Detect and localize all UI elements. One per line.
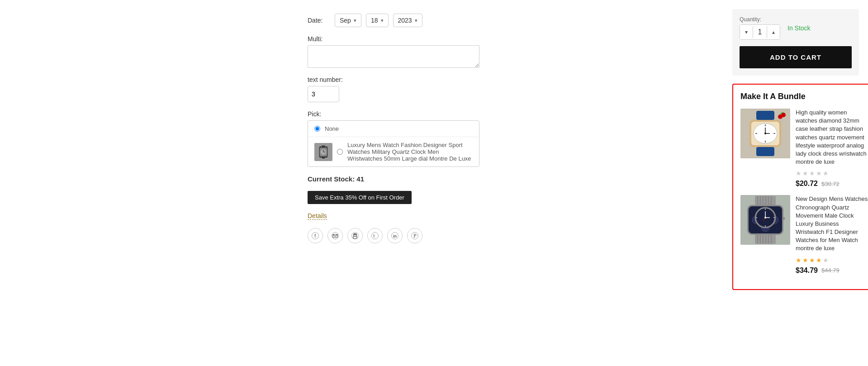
month-select[interactable]: Sep ▾: [335, 14, 361, 27]
facebook-icon[interactable]: f: [308, 228, 323, 243]
add-to-cart-button[interactable]: ADD TO CART: [740, 46, 852, 68]
in-stock-label: In Stock: [787, 24, 811, 32]
pick-radio-none[interactable]: [314, 126, 320, 132]
svg-rect-2: [322, 145, 325, 147]
chevron-down-icon: ▾: [381, 18, 384, 24]
svg-text:in: in: [393, 234, 397, 238]
svg-rect-37: [755, 196, 776, 206]
email-icon[interactable]: [327, 228, 343, 243]
star-icon: ★: [802, 170, 808, 177]
svg-point-33: [764, 133, 766, 134]
bundle-item-2-price: $34.79: [796, 266, 818, 275]
text-number-input[interactable]: [308, 86, 339, 102]
pick-field-group: Pick: None: [308, 110, 705, 167]
svg-point-15: [372, 233, 379, 239]
bundle-item-2-price-row: $34.79 $44.79: [796, 266, 868, 275]
bundle-item-1-price-row: $20.72 $30.72: [796, 180, 868, 188]
pick-option-watch[interactable]: Luxury Mens Watch Fashion Designer Sport…: [308, 137, 479, 166]
bundle-item-2-info: New Design Mens Watches Chronograph Quar…: [796, 195, 868, 274]
quantity-label: Quantity:: [740, 16, 780, 23]
svg-text:P: P: [413, 233, 417, 239]
svg-rect-22: [756, 111, 774, 120]
text-number-field-group: text number:: [308, 76, 705, 102]
bundle-item-1-image: [740, 109, 790, 158]
svg-rect-23: [756, 147, 774, 156]
multi-label: Multi:: [308, 35, 705, 43]
linkedin-icon[interactable]: in: [387, 228, 403, 243]
quantity-increase-button[interactable]: ▴: [767, 25, 780, 39]
twitter-icon[interactable]: t: [367, 228, 383, 243]
print-icon[interactable]: [347, 228, 363, 243]
star-icon: ★: [796, 170, 802, 177]
date-label: Date:: [308, 17, 330, 24]
pick-options-box: None: [308, 120, 479, 167]
pick-option-watch-label: Luxury Mens Watch Fashion Designer Sport…: [347, 142, 473, 162]
bundle-item-1-info: High quality women watches diamond 32mm …: [796, 109, 868, 188]
day-select[interactable]: 18 ▾: [366, 14, 389, 27]
pinterest-icon[interactable]: P: [407, 228, 422, 243]
social-row: f t: [308, 228, 705, 243]
quantity-box: Quantity: ▾ 1 ▴ In Stock ADD TO CART: [732, 9, 859, 76]
save-badge: Save Extra 35% Off on First Order: [308, 191, 412, 204]
bundle-title: Make It A Bundle: [740, 92, 868, 101]
chevron-down-icon: ▾: [415, 18, 417, 24]
text-number-label: text number:: [308, 76, 705, 83]
svg-rect-38: [755, 234, 776, 244]
bundle-item-1-original-price: $30.72: [821, 181, 840, 187]
svg-point-65: [764, 217, 766, 219]
svg-point-11: [352, 233, 359, 239]
star-icon: ★: [809, 170, 815, 177]
star-icon: ★: [809, 257, 815, 264]
bundle-item-2-image: [740, 195, 790, 245]
details-link[interactable]: Details: [308, 212, 327, 220]
bundle-box: Make It A Bundle: [732, 84, 868, 290]
pick-option-watch-image: [314, 143, 332, 161]
bundle-item-2: New Design Mens Watches Chronograph Quar…: [740, 195, 868, 274]
svg-rect-14: [354, 233, 357, 235]
quantity-stepper: ▾ 1 ▴: [740, 24, 780, 40]
svg-text:f: f: [314, 233, 316, 238]
star-icon: ★: [816, 170, 822, 177]
multi-textarea[interactable]: [308, 45, 479, 68]
quantity-value: 1: [753, 26, 767, 38]
star-icon: ★: [823, 170, 829, 177]
pick-option-none-label: None: [325, 125, 339, 132]
chevron-down-icon: ▾: [354, 18, 356, 24]
quantity-decrease-button[interactable]: ▾: [740, 25, 753, 39]
current-stock: Current Stock: 41: [308, 175, 705, 183]
star-icon: ★: [802, 257, 808, 264]
bundle-item-2-stars: ★ ★ ★ ★ ★: [796, 257, 868, 264]
multi-field-group: Multi:: [308, 35, 705, 68]
star-icon: ★: [823, 257, 829, 264]
pick-option-none[interactable]: None: [308, 121, 479, 137]
date-row: Date: Sep ▾ 18 ▾ 2023 ▾: [308, 14, 705, 27]
bundle-item-2-desc: New Design Mens Watches Chronograph Quar…: [796, 195, 868, 252]
bundle-item-1-stars: ★ ★ ★ ★ ★: [796, 170, 868, 177]
pick-label: Pick:: [308, 110, 705, 118]
svg-rect-12: [353, 236, 357, 238]
bundle-item-2-original-price: $44.79: [821, 267, 840, 274]
svg-text:t: t: [374, 233, 375, 238]
bundle-item-1: High quality women watches diamond 32mm …: [740, 109, 868, 188]
quantity-row: Quantity: ▾ 1 ▴ In Stock: [740, 16, 852, 40]
year-select[interactable]: 2023 ▾: [393, 14, 422, 27]
svg-rect-66: [782, 217, 785, 220]
pick-radio-watch[interactable]: [337, 149, 343, 155]
bundle-item-1-price: $20.72: [796, 180, 818, 188]
svg-rect-3: [322, 157, 325, 158]
bundle-item-1-desc: High quality women watches diamond 32mm …: [796, 109, 868, 166]
star-icon: ★: [796, 257, 802, 264]
svg-point-35: [781, 113, 786, 117]
star-icon: ★: [816, 257, 822, 264]
